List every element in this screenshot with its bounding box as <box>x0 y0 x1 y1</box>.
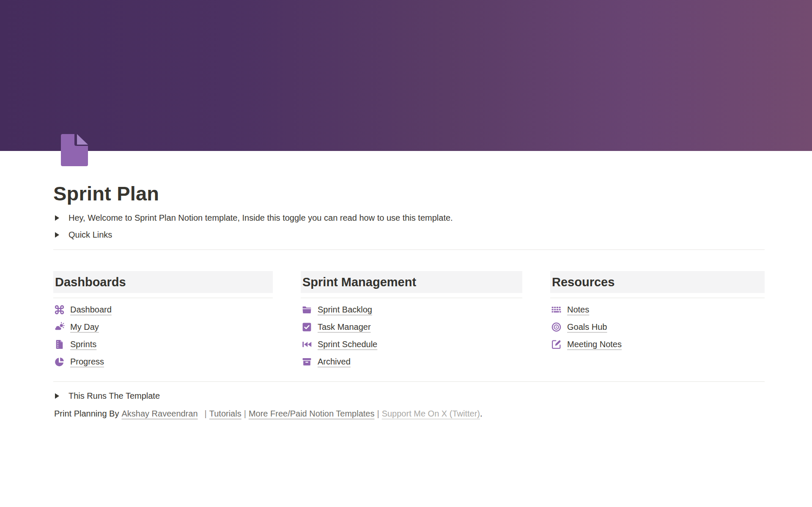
divider <box>53 381 765 382</box>
archive-icon <box>302 356 312 367</box>
link-author[interactable]: Akshay Raveendran <box>121 409 198 419</box>
toggle-welcome[interactable]: Hey, Welcome to Sprint Plan Notion templ… <box>53 210 765 227</box>
sun-cloud-icon <box>54 322 65 332</box>
link-tutorials[interactable]: Tutorials <box>209 409 241 419</box>
link-label: Sprint Schedule <box>318 340 377 349</box>
link-item-dashboard[interactable]: Dashboard <box>53 301 273 318</box>
document-icon <box>54 339 65 350</box>
toggle-welcome-label: Hey, Welcome to Sprint Plan Notion templ… <box>69 213 453 223</box>
link-item-meeting-notes[interactable]: Meeting Notes <box>550 336 765 353</box>
link-item-sprint-schedule[interactable]: Sprint Schedule <box>301 336 522 353</box>
link-label: Goals Hub <box>567 322 607 332</box>
credits-suffix: . <box>480 409 483 419</box>
link-label: Archived <box>318 357 351 367</box>
column-header: Dashboards <box>53 271 273 293</box>
divider <box>53 298 273 298</box>
divider <box>301 298 522 298</box>
link-more-templates[interactable]: More Free/Paid Notion Templates <box>249 409 375 419</box>
credits-line: Print Planning By Akshay Raveendran | Tu… <box>53 406 765 422</box>
link-list: Notes Goals Hub <box>550 301 765 353</box>
toggle-runs-template[interactable]: This Runs The Template <box>53 388 765 405</box>
folder-icon <box>302 304 312 315</box>
column-header: Resources <box>550 271 765 293</box>
pie-chart-icon <box>54 356 65 367</box>
column-header: Sprint Management <box>301 271 522 293</box>
separator: | <box>244 409 246 419</box>
toggle-triangle-icon[interactable] <box>54 215 60 221</box>
edit-icon <box>551 339 562 350</box>
link-label: Notes <box>567 305 589 315</box>
divider <box>550 298 765 298</box>
link-label: Sprints <box>70 340 96 349</box>
link-item-progress[interactable]: Progress <box>53 353 273 370</box>
target-icon <box>551 322 562 332</box>
toggle-runs-template-label: This Runs The Template <box>69 391 160 401</box>
keyboard-icon <box>551 304 562 315</box>
link-item-notes[interactable]: Notes <box>550 301 765 318</box>
rewind-icon <box>302 339 312 350</box>
toggle-quick-links[interactable]: Quick Links <box>53 227 765 244</box>
link-list: Dashboard <box>53 301 273 370</box>
link-support-twitter[interactable]: Support Me On X (Twitter) <box>382 409 480 419</box>
toggle-triangle-icon[interactable] <box>54 232 60 238</box>
link-item-my-day[interactable]: My Day <box>53 318 273 336</box>
link-item-sprint-backlog[interactable]: Sprint Backlog <box>301 301 522 318</box>
link-label: Progress <box>70 357 104 367</box>
link-item-goals-hub[interactable]: Goals Hub <box>550 318 765 336</box>
separator: | <box>205 409 207 419</box>
checkbox-icon <box>302 322 312 332</box>
link-label: Dashboard <box>70 305 112 315</box>
link-label: Sprint Backlog <box>318 305 372 315</box>
link-item-archived[interactable]: Archived <box>301 353 522 370</box>
page-content: Sprint Plan Hey, Welcome to Sprint Plan … <box>53 151 765 422</box>
column-resources: Resources <box>550 271 765 370</box>
divider <box>53 249 765 250</box>
link-label: Task Manager <box>318 322 371 332</box>
link-item-sprints[interactable]: Sprints <box>53 336 273 353</box>
page-title[interactable]: Sprint Plan <box>53 151 765 206</box>
link-label: My Day <box>70 322 99 332</box>
credits-prefix: Print Planning By <box>54 409 119 419</box>
page-cover <box>0 0 812 151</box>
column-layout: Dashboards Dashboard <box>53 271 765 370</box>
column-dashboards: Dashboards Dashboard <box>53 271 273 370</box>
toggle-triangle-icon[interactable] <box>54 393 60 399</box>
separator: | <box>377 409 379 419</box>
link-label: Meeting Notes <box>567 340 622 349</box>
link-item-task-manager[interactable]: Task Manager <box>301 318 522 336</box>
page-document-icon[interactable] <box>61 134 88 166</box>
command-icon <box>54 304 65 315</box>
link-list: Sprint Backlog Task Manager <box>301 301 522 370</box>
toggle-quick-links-label: Quick Links <box>69 230 112 240</box>
column-sprint-management: Sprint Management Sprint Backlog <box>301 271 522 370</box>
